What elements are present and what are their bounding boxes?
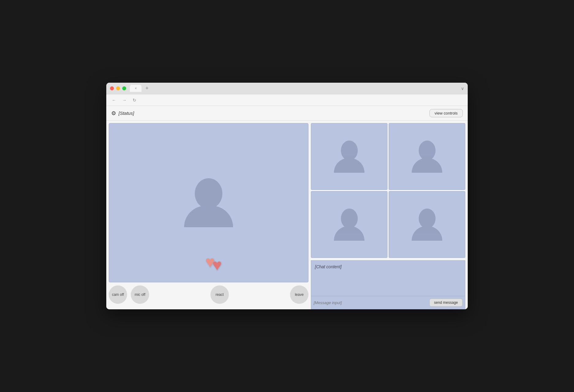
tab-area: × + — [130, 85, 461, 92]
avatar-body-small-4 — [412, 226, 442, 241]
avatar-body-small-3 — [334, 226, 364, 241]
forward-button[interactable]: → — [120, 96, 128, 104]
avatar-head-small-1 — [341, 141, 358, 160]
leave-button[interactable]: leave — [290, 285, 308, 304]
main-video-feed: ♥ ♥ — [109, 123, 308, 282]
send-message-button[interactable]: send message — [429, 299, 463, 307]
left-panel: ♥ ♥ cam off mic off react leave — [106, 121, 308, 309]
traffic-lights — [110, 86, 126, 90]
app-header: ⚙ [Status] view controls — [106, 106, 468, 121]
title-bar: × + ∨ — [106, 83, 468, 94]
chat-content-text: [Chat content] — [315, 264, 342, 269]
tab-dropdown-icon[interactable]: ∨ — [461, 86, 464, 91]
avatar-small-2 — [412, 141, 442, 173]
main-content: ♥ ♥ cam off mic off react leave — [106, 121, 468, 309]
avatar-body-small-1 — [334, 158, 364, 173]
chat-content: [Chat content] — [311, 260, 465, 296]
message-input[interactable] — [314, 300, 427, 305]
status-text: [Status] — [119, 111, 134, 116]
avatar-body — [184, 206, 233, 227]
mic-off-button[interactable]: mic off — [131, 285, 149, 304]
avatar-small-1 — [334, 141, 364, 173]
chat-footer: send message — [311, 296, 465, 309]
minimize-traffic-light[interactable] — [116, 86, 120, 90]
avatar-small-3 — [334, 209, 364, 241]
video-cell-4 — [389, 191, 465, 258]
video-cell-1 — [311, 123, 387, 190]
close-traffic-light[interactable] — [110, 86, 114, 90]
chat-area: [Chat content] send message — [311, 260, 465, 309]
nav-bar: ← → ↻ — [106, 94, 468, 106]
maximize-traffic-light[interactable] — [122, 86, 126, 90]
video-grid — [311, 123, 465, 258]
avatar-head-small-3 — [341, 209, 358, 228]
video-cell-3 — [311, 191, 387, 258]
active-tab[interactable]: × — [130, 85, 142, 92]
view-controls-button[interactable]: view controls — [429, 109, 463, 117]
video-cell-2 — [389, 123, 465, 190]
cam-off-button[interactable]: cam off — [109, 285, 127, 304]
hearts-overlay: ♥ ♥ — [205, 254, 222, 273]
avatar-small-4 — [412, 209, 442, 241]
react-button[interactable]: react — [210, 285, 229, 304]
back-button[interactable]: ← — [110, 96, 118, 104]
new-tab-button[interactable]: + — [143, 85, 151, 92]
avatar-body-small-2 — [412, 158, 442, 173]
avatar-head-small-4 — [419, 209, 436, 228]
browser-window: × + ∨ ← → ↻ ⚙ [Status] view controls ♥ — [106, 83, 468, 309]
avatar-head-small-2 — [419, 141, 436, 160]
refresh-button[interactable]: ↻ — [131, 96, 138, 104]
right-panel: [Chat content] send message — [308, 121, 468, 309]
bottom-controls: cam off mic off react leave — [109, 285, 308, 307]
gear-icon[interactable]: ⚙ — [111, 110, 116, 117]
tab-close-icon[interactable]: × — [135, 87, 137, 90]
avatar-head — [195, 178, 222, 209]
heart-icon-2: ♥ — [212, 257, 222, 273]
main-avatar — [184, 178, 233, 227]
